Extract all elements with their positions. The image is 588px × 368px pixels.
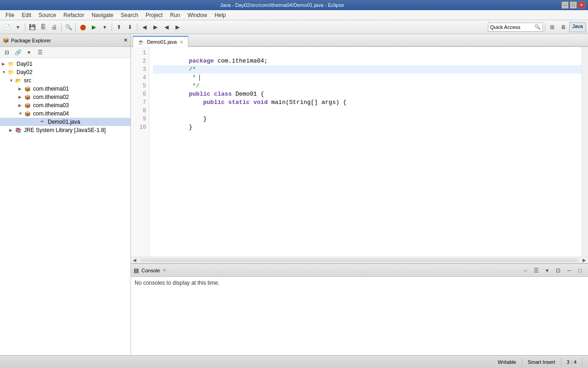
save-button[interactable]: 💾 [27, 22, 37, 32]
console-tab-close[interactable]: ✕ [163, 268, 166, 273]
tab-close-icon[interactable]: ✕ [180, 40, 183, 45]
console-icon: ▤ [134, 267, 139, 274]
console-btn1[interactable]: → [520, 265, 530, 276]
next[interactable]: ▶ [172, 22, 182, 32]
line-num-3: 3 [131, 65, 149, 74]
code-editor[interactable]: 1 2 3 4 5 6 7 8 9 10 package com.itheima… [131, 47, 588, 257]
package-explorer: 📦 Package Explorer ✕ ⊟ 🔗 ▾ ☰ ▶ 📁 Day01 ▼… [0, 34, 131, 355]
menu-item-navigate[interactable]: Navigate [88, 11, 117, 19]
tree-day01[interactable]: ▶ 📁 Day01 [0, 60, 130, 68]
pe-icon: 📦 [3, 37, 9, 43]
editor-scrollbar[interactable] [582, 47, 588, 257]
prev-annotation[interactable]: ⬆ [114, 22, 124, 32]
tree-pkg01[interactable]: ▶ 📦 com.itheima01 [0, 85, 130, 93]
folder-src-icon: 📂 [15, 77, 22, 84]
collapse-all-button[interactable]: ⊟ [2, 47, 12, 58]
search-button[interactable]: 🔍 [63, 22, 74, 32]
code-line-3: * [153, 65, 582, 74]
tree-pkg03-label: com.itheima03 [33, 102, 69, 109]
tree-day02[interactable]: ▼ 📁 Day02 [0, 68, 130, 76]
console-minimize[interactable]: ─ [564, 265, 574, 276]
tree-demo01[interactable]: ▶ ☕ Demo01.java [0, 118, 130, 126]
folder-day01-icon: 📁 [7, 60, 15, 68]
menu-item-refactor[interactable]: Refactor [60, 11, 88, 19]
toolbar-sep-1 [25, 23, 25, 31]
console-btn4[interactable]: ⊡ [553, 265, 563, 276]
line-num-1: 1 [131, 49, 149, 57]
run-button[interactable]: ▶ [89, 22, 99, 32]
text-cursor [199, 75, 200, 81]
code-content[interactable]: package com.itheima04; /* * */ public cl… [149, 47, 582, 257]
perspective-button[interactable]: Java [569, 22, 586, 32]
console-maximize[interactable]: □ [575, 265, 585, 276]
menu-item-help[interactable]: Help [211, 11, 230, 19]
tree-demo01-label: Demo01.java [48, 119, 80, 125]
menu-item-window[interactable]: Window [184, 11, 211, 19]
save-all-button[interactable]: 🗄 [38, 22, 48, 32]
menu-item-run[interactable]: Run [166, 11, 184, 19]
debug-button[interactable]: ⬤ [78, 22, 88, 32]
back[interactable]: ◀ [161, 22, 171, 32]
line-num-4: 4 [131, 74, 149, 82]
quick-access-box[interactable]: Quick Access 🔍 [488, 23, 543, 32]
tree-pkg04[interactable]: ▼ 📦 com.itheima04 [0, 109, 130, 118]
editor-tab-demo01[interactable]: ☕ Demo01.java ✕ [133, 36, 188, 47]
status-position: 3 : 4 [567, 359, 577, 365]
tab-java-icon: ☕ [138, 39, 144, 45]
scroll-left-icon[interactable]: ◀ [131, 257, 138, 264]
menu-item-edit[interactable]: Edit [18, 11, 35, 19]
line-num-2: 2 [131, 57, 149, 65]
line-num-6: 6 [131, 90, 149, 98]
scroll-right-icon[interactable]: ▶ [581, 257, 588, 264]
menu-bar: FileEditSourceRefactorNavigateSearchProj… [0, 10, 588, 20]
tree-src[interactable]: ▼ 📂 src [0, 76, 130, 85]
minimize-button[interactable]: ─ [561, 1, 569, 9]
pe-view-menu[interactable]: ☰ [35, 47, 45, 58]
menu-item-search[interactable]: Search [117, 11, 142, 19]
editor-tabs: ☕ Demo01.java ✕ [131, 34, 588, 47]
pe-close-icon[interactable]: ✕ [124, 37, 128, 43]
console-btn2[interactable]: ☰ [531, 265, 541, 276]
code-line-10 [153, 123, 582, 132]
pe-tree: ▶ 📁 Day01 ▼ 📁 Day02 ▼ 📂 src ▶ 📦 com.ithe… [0, 58, 130, 355]
tree-jre[interactable]: ▶ 📚 JRE System Library [JavaSE-1.8] [0, 126, 130, 134]
arrow-src: ▼ [9, 78, 15, 83]
new-dropdown[interactable]: ▾ [13, 22, 23, 32]
bottom-panel: ▤ Console ✕ → ☰ ▾ ⊡ ─ □ No consoles to d… [131, 263, 588, 355]
arrow-pkg03: ▶ [18, 103, 24, 108]
tree-src-label: src [24, 77, 31, 84]
line-num-10: 10 [131, 123, 149, 132]
last-edit[interactable]: ◀ [139, 22, 149, 32]
close-button[interactable]: ✕ [578, 1, 585, 9]
java-demo01-icon: ☕ [39, 118, 46, 126]
line-num-9: 9 [131, 115, 149, 123]
perspective-icon[interactable]: ⊞ [547, 22, 557, 32]
tree-pkg02[interactable]: ▶ 📦 com.itheima02 [0, 93, 130, 101]
code-line-9: } [153, 115, 582, 123]
console-body: No consoles to display at this time. [131, 277, 588, 355]
package-pkg04-icon: 📦 [24, 110, 31, 117]
menu-item-source[interactable]: Source [35, 11, 60, 19]
tab-label: Demo01.java [147, 39, 177, 45]
line-numbers: 1 2 3 4 5 6 7 8 9 10 [131, 47, 149, 257]
restore-button[interactable]: □ [570, 1, 577, 9]
perspective-icon2[interactable]: 🖥 [558, 22, 568, 32]
h-scrollbar[interactable]: ◀ ▶ [131, 257, 588, 263]
code-line-4: */ [153, 74, 582, 82]
arrow-pkg02: ▶ [18, 95, 24, 99]
new-button[interactable]: 📄 [2, 22, 12, 32]
tree-day01-label: Day01 [17, 61, 33, 67]
tree-pkg03[interactable]: ▶ 📦 com.itheima03 [0, 101, 130, 109]
tree-pkg01-label: com.itheima01 [33, 86, 69, 92]
arrow-jre: ▶ [9, 128, 15, 132]
pe-menu-button[interactable]: ▾ [24, 47, 34, 58]
menu-item-project[interactable]: Project [142, 11, 166, 19]
print-button[interactable]: 🖨 [49, 22, 59, 32]
menu-item-file[interactable]: File [2, 11, 18, 19]
link-with-editor-button[interactable]: 🔗 [13, 47, 23, 58]
console-btn3[interactable]: ▾ [542, 265, 552, 276]
next-annotation[interactable]: ⬇ [125, 22, 135, 32]
forward[interactable]: ▶ [150, 22, 160, 32]
run-dropdown[interactable]: ▾ [100, 22, 110, 32]
code-line-8: } [153, 107, 582, 115]
